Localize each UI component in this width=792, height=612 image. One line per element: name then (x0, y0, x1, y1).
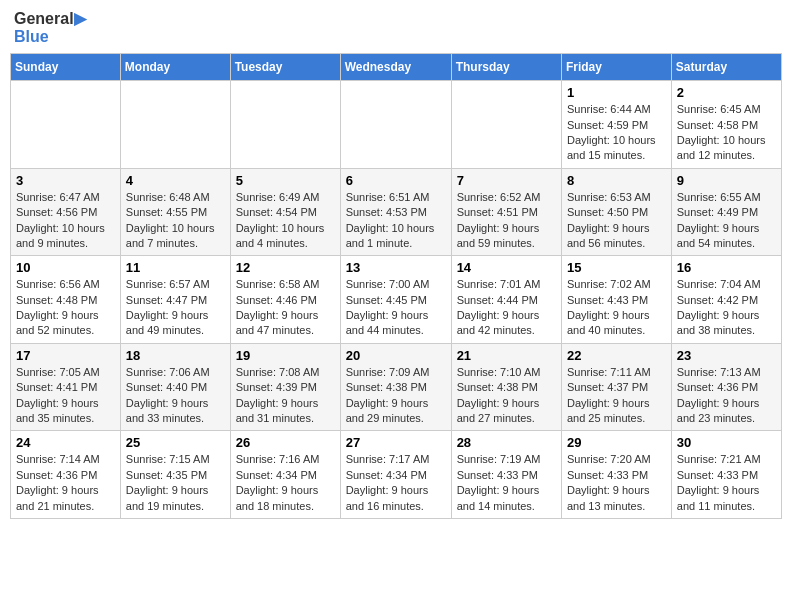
calendar-cell: 26Sunrise: 7:16 AM Sunset: 4:34 PM Dayli… (230, 431, 340, 519)
calendar-week-row: 1Sunrise: 6:44 AM Sunset: 4:59 PM Daylig… (11, 81, 782, 169)
calendar-cell: 10Sunrise: 6:56 AM Sunset: 4:48 PM Dayli… (11, 256, 121, 344)
logo-general: General▶ (14, 10, 86, 28)
day-number: 15 (567, 260, 666, 275)
day-number: 3 (16, 173, 115, 188)
day-number: 17 (16, 348, 115, 363)
header: General▶ Blue (10, 10, 782, 45)
calendar-cell (120, 81, 230, 169)
calendar-cell (230, 81, 340, 169)
day-of-week-header: Tuesday (230, 54, 340, 81)
day-of-week-header: Wednesday (340, 54, 451, 81)
calendar-cell: 17Sunrise: 7:05 AM Sunset: 4:41 PM Dayli… (11, 343, 121, 431)
day-of-week-header: Thursday (451, 54, 561, 81)
logo-blue: Blue (14, 28, 86, 46)
day-number: 22 (567, 348, 666, 363)
day-info: Sunrise: 7:20 AM Sunset: 4:33 PM Dayligh… (567, 452, 666, 514)
day-number: 6 (346, 173, 446, 188)
day-of-week-header: Sunday (11, 54, 121, 81)
calendar-cell: 2Sunrise: 6:45 AM Sunset: 4:58 PM Daylig… (671, 81, 781, 169)
day-number: 21 (457, 348, 556, 363)
calendar-cell: 8Sunrise: 6:53 AM Sunset: 4:50 PM Daylig… (561, 168, 671, 256)
day-of-week-header: Saturday (671, 54, 781, 81)
day-number: 20 (346, 348, 446, 363)
day-number: 19 (236, 348, 335, 363)
logo: General▶ Blue (14, 10, 86, 45)
day-number: 28 (457, 435, 556, 450)
calendar-cell: 20Sunrise: 7:09 AM Sunset: 4:38 PM Dayli… (340, 343, 451, 431)
day-info: Sunrise: 6:44 AM Sunset: 4:59 PM Dayligh… (567, 102, 666, 164)
calendar-header-row: SundayMondayTuesdayWednesdayThursdayFrid… (11, 54, 782, 81)
day-info: Sunrise: 7:08 AM Sunset: 4:39 PM Dayligh… (236, 365, 335, 427)
calendar-cell: 14Sunrise: 7:01 AM Sunset: 4:44 PM Dayli… (451, 256, 561, 344)
calendar-cell: 5Sunrise: 6:49 AM Sunset: 4:54 PM Daylig… (230, 168, 340, 256)
calendar-cell: 1Sunrise: 6:44 AM Sunset: 4:59 PM Daylig… (561, 81, 671, 169)
day-number: 7 (457, 173, 556, 188)
day-number: 1 (567, 85, 666, 100)
day-number: 2 (677, 85, 776, 100)
day-number: 26 (236, 435, 335, 450)
calendar-cell: 23Sunrise: 7:13 AM Sunset: 4:36 PM Dayli… (671, 343, 781, 431)
day-info: Sunrise: 7:01 AM Sunset: 4:44 PM Dayligh… (457, 277, 556, 339)
day-of-week-header: Monday (120, 54, 230, 81)
day-info: Sunrise: 7:00 AM Sunset: 4:45 PM Dayligh… (346, 277, 446, 339)
day-number: 18 (126, 348, 225, 363)
calendar-cell (340, 81, 451, 169)
calendar-week-row: 3Sunrise: 6:47 AM Sunset: 4:56 PM Daylig… (11, 168, 782, 256)
day-number: 16 (677, 260, 776, 275)
calendar-cell (11, 81, 121, 169)
calendar-week-row: 24Sunrise: 7:14 AM Sunset: 4:36 PM Dayli… (11, 431, 782, 519)
day-number: 12 (236, 260, 335, 275)
day-number: 13 (346, 260, 446, 275)
calendar-cell (451, 81, 561, 169)
day-info: Sunrise: 7:13 AM Sunset: 4:36 PM Dayligh… (677, 365, 776, 427)
day-info: Sunrise: 6:56 AM Sunset: 4:48 PM Dayligh… (16, 277, 115, 339)
calendar-cell: 21Sunrise: 7:10 AM Sunset: 4:38 PM Dayli… (451, 343, 561, 431)
day-info: Sunrise: 6:52 AM Sunset: 4:51 PM Dayligh… (457, 190, 556, 252)
calendar-week-row: 17Sunrise: 7:05 AM Sunset: 4:41 PM Dayli… (11, 343, 782, 431)
calendar-cell: 27Sunrise: 7:17 AM Sunset: 4:34 PM Dayli… (340, 431, 451, 519)
calendar-cell: 9Sunrise: 6:55 AM Sunset: 4:49 PM Daylig… (671, 168, 781, 256)
calendar-cell: 4Sunrise: 6:48 AM Sunset: 4:55 PM Daylig… (120, 168, 230, 256)
calendar-cell: 29Sunrise: 7:20 AM Sunset: 4:33 PM Dayli… (561, 431, 671, 519)
day-number: 23 (677, 348, 776, 363)
calendar-cell: 30Sunrise: 7:21 AM Sunset: 4:33 PM Dayli… (671, 431, 781, 519)
day-info: Sunrise: 7:09 AM Sunset: 4:38 PM Dayligh… (346, 365, 446, 427)
day-number: 25 (126, 435, 225, 450)
calendar-cell: 6Sunrise: 6:51 AM Sunset: 4:53 PM Daylig… (340, 168, 451, 256)
day-number: 27 (346, 435, 446, 450)
calendar-cell: 18Sunrise: 7:06 AM Sunset: 4:40 PM Dayli… (120, 343, 230, 431)
day-info: Sunrise: 7:21 AM Sunset: 4:33 PM Dayligh… (677, 452, 776, 514)
day-info: Sunrise: 6:48 AM Sunset: 4:55 PM Dayligh… (126, 190, 225, 252)
calendar-cell: 19Sunrise: 7:08 AM Sunset: 4:39 PM Dayli… (230, 343, 340, 431)
day-number: 14 (457, 260, 556, 275)
calendar-cell: 3Sunrise: 6:47 AM Sunset: 4:56 PM Daylig… (11, 168, 121, 256)
day-info: Sunrise: 7:19 AM Sunset: 4:33 PM Dayligh… (457, 452, 556, 514)
calendar-cell: 13Sunrise: 7:00 AM Sunset: 4:45 PM Dayli… (340, 256, 451, 344)
day-info: Sunrise: 6:57 AM Sunset: 4:47 PM Dayligh… (126, 277, 225, 339)
day-info: Sunrise: 7:14 AM Sunset: 4:36 PM Dayligh… (16, 452, 115, 514)
day-info: Sunrise: 6:53 AM Sunset: 4:50 PM Dayligh… (567, 190, 666, 252)
calendar-cell: 12Sunrise: 6:58 AM Sunset: 4:46 PM Dayli… (230, 256, 340, 344)
logo-wrapper: General▶ Blue (14, 10, 86, 45)
day-info: Sunrise: 6:47 AM Sunset: 4:56 PM Dayligh… (16, 190, 115, 252)
calendar-table: SundayMondayTuesdayWednesdayThursdayFrid… (10, 53, 782, 519)
day-number: 10 (16, 260, 115, 275)
day-info: Sunrise: 7:02 AM Sunset: 4:43 PM Dayligh… (567, 277, 666, 339)
day-info: Sunrise: 6:49 AM Sunset: 4:54 PM Dayligh… (236, 190, 335, 252)
day-info: Sunrise: 7:17 AM Sunset: 4:34 PM Dayligh… (346, 452, 446, 514)
day-info: Sunrise: 7:04 AM Sunset: 4:42 PM Dayligh… (677, 277, 776, 339)
day-info: Sunrise: 7:10 AM Sunset: 4:38 PM Dayligh… (457, 365, 556, 427)
calendar-cell: 22Sunrise: 7:11 AM Sunset: 4:37 PM Dayli… (561, 343, 671, 431)
calendar-cell: 15Sunrise: 7:02 AM Sunset: 4:43 PM Dayli… (561, 256, 671, 344)
day-number: 11 (126, 260, 225, 275)
day-info: Sunrise: 7:05 AM Sunset: 4:41 PM Dayligh… (16, 365, 115, 427)
day-number: 5 (236, 173, 335, 188)
day-of-week-header: Friday (561, 54, 671, 81)
calendar-cell: 7Sunrise: 6:52 AM Sunset: 4:51 PM Daylig… (451, 168, 561, 256)
calendar-cell: 16Sunrise: 7:04 AM Sunset: 4:42 PM Dayli… (671, 256, 781, 344)
day-number: 8 (567, 173, 666, 188)
day-info: Sunrise: 6:51 AM Sunset: 4:53 PM Dayligh… (346, 190, 446, 252)
day-number: 29 (567, 435, 666, 450)
day-info: Sunrise: 7:06 AM Sunset: 4:40 PM Dayligh… (126, 365, 225, 427)
day-info: Sunrise: 7:15 AM Sunset: 4:35 PM Dayligh… (126, 452, 225, 514)
